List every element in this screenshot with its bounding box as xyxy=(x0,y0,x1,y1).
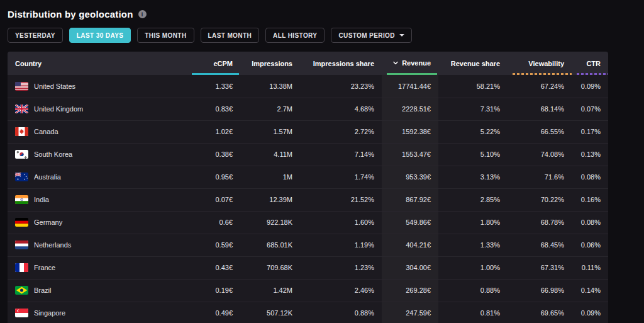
table-row[interactable]: Singapore0.49€507.12K0.88%247.59€0.81%69… xyxy=(8,302,608,323)
country-cell: United Kingdom xyxy=(8,98,187,120)
country: Australia xyxy=(15,173,179,181)
table-row[interactable]: Germany0.6€922.18K1.60%549.86€1.80%68.78… xyxy=(8,211,608,234)
filter-button-yesterday[interactable]: YESTERDAY xyxy=(8,28,63,43)
viewability-value: 68.78% xyxy=(508,211,572,234)
impressions_share-value: 1.74% xyxy=(300,166,382,188)
country: United States xyxy=(15,82,179,91)
column-underline-ecpm xyxy=(192,73,239,75)
impressions-value: 507.12K xyxy=(240,302,300,323)
revenue_share-value: 3.13% xyxy=(438,166,508,188)
country-cell: Netherlands xyxy=(8,234,187,256)
impressions-value: 4.11M xyxy=(240,143,300,166)
column-header-viewability[interactable]: Viewability xyxy=(508,52,572,75)
impressions_share-value: 4.68% xyxy=(300,98,382,120)
revenue_share-value: 5.22% xyxy=(438,120,508,143)
country-name: Germany xyxy=(34,218,62,226)
country: India xyxy=(15,195,179,204)
table-row[interactable]: Australia0.95€1M1.74%953.39€3.13%71.6%0.… xyxy=(8,166,608,188)
country-metrics-table: CountryeCPMImpressionsImpressions shareR… xyxy=(8,52,608,323)
impressions_share-value: 2.72% xyxy=(300,120,382,143)
filter-button-label: LAST MONTH xyxy=(208,32,252,39)
info-icon[interactable]: i xyxy=(138,10,147,18)
table-row[interactable]: United States1.33€13.38M23.23%17741.44€5… xyxy=(8,75,608,98)
viewability-value: 67.31% xyxy=(508,256,572,279)
period-filter-bar: YESTERDAYLAST 30 DAYSTHIS MONTHLAST MONT… xyxy=(8,28,644,43)
geolocation-panel: Distribution by geolocation i YESTERDAYL… xyxy=(0,0,644,323)
revenue-value: 269.28€ xyxy=(382,279,438,302)
table-header-row: CountryeCPMImpressionsImpressions shareR… xyxy=(8,52,608,75)
table-row[interactable]: Canada1.02€1.57M2.72%1592.38€5.22%66.55%… xyxy=(8,120,608,143)
revenue-value: 549.86€ xyxy=(382,211,438,234)
impressions_share-value: 1.23% xyxy=(300,256,382,279)
column-header-label: Country xyxy=(15,60,42,67)
revenue_share-value: 7.31% xyxy=(438,98,508,120)
ecpm-value: 0.19€ xyxy=(187,279,240,302)
revenue-value: 304.00€ xyxy=(382,256,438,279)
country-name: South Korea xyxy=(34,150,72,158)
revenue_share-value: 0.81% xyxy=(438,302,508,323)
column-header-label: eCPM xyxy=(213,60,233,67)
geolocation-table: CountryeCPMImpressionsImpressions shareR… xyxy=(8,52,608,323)
country-name: India xyxy=(34,196,49,203)
table-row[interactable]: Netherlands0.59€685.01K1.19%404.21€1.33%… xyxy=(8,234,608,256)
ctr-value: 0.11% xyxy=(572,256,608,279)
country: Germany xyxy=(15,218,179,227)
table-row[interactable]: South Korea0.38€4.11M7.14%1553.47€5.10%7… xyxy=(8,143,608,166)
revenue-value: 2228.51€ xyxy=(382,98,438,120)
filter-button-all-history[interactable]: ALL HISTORY xyxy=(265,28,325,43)
column-header-label: Revenue xyxy=(402,59,431,67)
ctr-value: 0.08% xyxy=(572,166,608,188)
country-name: Singapore xyxy=(34,309,65,317)
impressions-value: 12.39M xyxy=(240,188,300,211)
column-header-country[interactable]: Country xyxy=(8,52,187,75)
flag-icon-ca xyxy=(15,127,28,136)
country-name: United Kingdom xyxy=(34,105,83,113)
impressions-value: 2.7M xyxy=(240,98,300,120)
revenue-value: 953.39€ xyxy=(382,166,438,188)
country: Netherlands xyxy=(15,241,179,249)
country-cell: Canada xyxy=(8,120,187,143)
country-name: United States xyxy=(34,82,75,90)
impressions-value: 685.01K xyxy=(240,234,300,256)
flag-icon-sg xyxy=(15,309,28,317)
revenue_share-value: 0.88% xyxy=(438,279,508,302)
country-name: France xyxy=(34,264,55,271)
country-name: Brazil xyxy=(34,286,52,294)
ecpm-value: 0.6€ xyxy=(187,211,240,234)
filter-button-label: YESTERDAY xyxy=(15,32,55,39)
ecpm-value: 0.59€ xyxy=(187,234,240,256)
table-row[interactable]: India0.07€12.39M21.52%867.92€2.85%70.22%… xyxy=(8,188,608,211)
country-name: Canada xyxy=(34,128,58,135)
filter-button-last-month[interactable]: LAST MONTH xyxy=(201,28,260,43)
column-header-impressions[interactable]: Impressions xyxy=(240,52,300,75)
filter-button-this-month[interactable]: THIS MONTH xyxy=(137,28,194,43)
impressions_share-value: 1.19% xyxy=(300,234,382,256)
table-row[interactable]: United Kingdom0.83€2.7M4.68%2228.51€7.31… xyxy=(8,98,608,120)
column-header-revenue[interactable]: Revenue xyxy=(382,52,438,75)
filter-button-custom-period[interactable]: CUSTOM PERIOD xyxy=(331,28,411,43)
ecpm-value: 0.43€ xyxy=(187,256,240,279)
revenue_share-value: 1.80% xyxy=(438,211,508,234)
revenue_share-value: 1.00% xyxy=(438,256,508,279)
country-cell: Brazil xyxy=(8,279,187,302)
country-cell: Singapore xyxy=(8,302,187,323)
column-header-ctr[interactable]: CTR xyxy=(572,52,608,75)
revenue-value: 867.92€ xyxy=(382,188,438,211)
ecpm-value: 0.07€ xyxy=(187,188,240,211)
country-cell: United States xyxy=(8,75,187,98)
viewability-value: 66.55% xyxy=(508,120,572,143)
country: United Kingdom xyxy=(15,105,179,113)
column-header-ecpm[interactable]: eCPM xyxy=(187,52,240,75)
impressions-value: 1M xyxy=(240,166,300,188)
column-header-impressions_share[interactable]: Impressions share xyxy=(300,52,382,75)
impressions-value: 922.18K xyxy=(240,211,300,234)
country-cell: Germany xyxy=(8,211,187,234)
ecpm-value: 0.95€ xyxy=(187,166,240,188)
flag-icon-in xyxy=(15,195,28,204)
column-header-label: Impressions share xyxy=(313,60,374,67)
column-header-revenue_share[interactable]: Revenue share xyxy=(438,52,508,75)
column-header-label: Viewability xyxy=(528,60,564,67)
table-row[interactable]: France0.43€709.68K1.23%304.00€1.00%67.31… xyxy=(8,256,608,279)
filter-button-last-30-days[interactable]: LAST 30 DAYS xyxy=(69,28,131,43)
table-row[interactable]: Brazil0.19€1.42M2.46%269.28€0.88%66.98%0… xyxy=(8,279,608,302)
